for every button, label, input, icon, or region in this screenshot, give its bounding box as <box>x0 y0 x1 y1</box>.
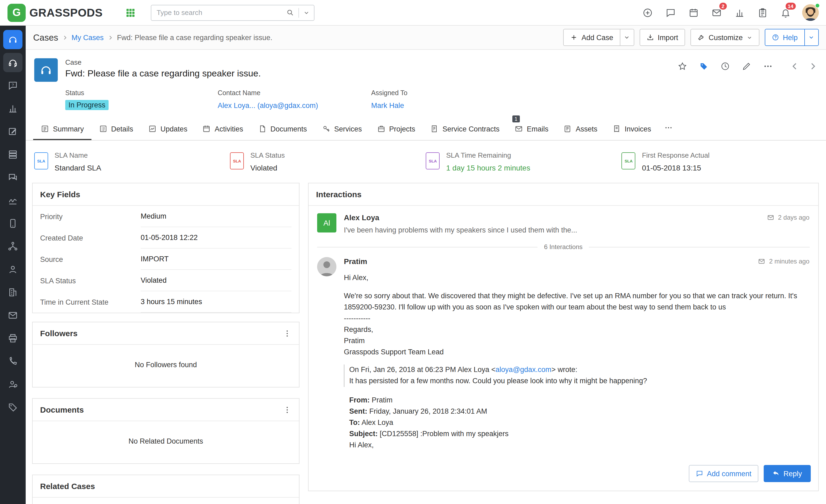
sidebar-item-cases[interactable] <box>3 53 22 72</box>
status-label: Status <box>65 89 218 97</box>
sidebar-item-calls[interactable] <box>3 352 22 371</box>
tab-details[interactable]: Details <box>92 119 141 140</box>
breadcrumb-parent[interactable]: My Cases <box>72 34 104 42</box>
sidebar-item-accounts[interactable] <box>3 283 22 302</box>
tag-icon[interactable] <box>699 61 708 71</box>
case-type-icon <box>34 58 58 82</box>
sidebar-item-agents[interactable] <box>3 375 22 394</box>
contact-name-link[interactable]: Alex Loya... (aloya@gdax.com) <box>218 102 318 110</box>
app-launcher-icon[interactable] <box>125 7 136 18</box>
sidebar-item-community[interactable] <box>3 168 22 187</box>
interaction-author: Alex Loya <box>344 213 379 222</box>
email-dashes: ----------- <box>344 313 810 324</box>
interaction-item[interactable]: Al Alex Loya 2 days ago <box>317 213 810 234</box>
sidebar-item-contacts[interactable] <box>3 260 22 279</box>
sidebar-item-email[interactable] <box>3 306 22 325</box>
tab-summary[interactable]: Summary <box>33 119 92 140</box>
interactions-panel: Interactions Al Alex Loya <box>308 183 819 491</box>
tab-documents[interactable]: Documents <box>250 119 314 140</box>
documents-empty-text: No Related Documents <box>33 421 299 463</box>
search-input[interactable] <box>151 9 282 16</box>
sla-status-card: SLA SLA Status Violated <box>230 151 426 172</box>
sla-document-icon: SLA <box>230 152 244 170</box>
tasks-icon[interactable] <box>752 2 774 23</box>
tab-service-contracts[interactable]: Service Contracts <box>423 119 507 140</box>
key-field-row: Source IMPORT <box>33 249 299 270</box>
reports-icon[interactable] <box>729 2 751 23</box>
user-avatar[interactable] <box>802 4 819 21</box>
customize-button[interactable]: Customize <box>691 29 759 46</box>
case-meta: Status In Progress Contact Name Alex Loy… <box>65 89 408 110</box>
search-scope-chevron-icon[interactable] <box>299 9 314 16</box>
clock-icon[interactable] <box>720 61 730 71</box>
page-content: Case Fwd: Please file a case regarding s… <box>26 50 826 504</box>
sidebar-item-desk-logo[interactable] <box>3 30 22 49</box>
sidebar-item-network[interactable] <box>3 237 22 256</box>
tab-projects[interactable]: Projects <box>369 119 423 140</box>
sidebar-item-print[interactable] <box>3 329 22 348</box>
tab-invoices[interactable]: Invoices <box>605 119 659 140</box>
chat-icon[interactable] <box>660 2 682 23</box>
sidebar-item-knowledge-base[interactable] <box>3 145 22 164</box>
tab-services-label: Services <box>334 125 362 133</box>
sidebar-item-compose[interactable] <box>3 122 22 141</box>
sidebar-item-analytics[interactable] <box>3 99 22 118</box>
documents-menu-icon[interactable] <box>283 405 291 414</box>
interactions-count-divider[interactable]: 6 Interactions <box>317 243 810 251</box>
tab-services[interactable]: Services <box>314 119 369 140</box>
import-button[interactable]: Import <box>639 29 685 46</box>
chevron-right-icon <box>62 35 68 40</box>
notifications-bell-icon[interactable]: 14 <box>775 2 796 23</box>
sidebar-item-mobile[interactable] <box>3 214 22 233</box>
global-search <box>151 5 314 20</box>
reply-label: Reply <box>783 469 802 478</box>
status-badge[interactable]: In Progress <box>65 100 109 110</box>
email-greeting: Hi Alex, <box>344 272 810 284</box>
interactions-body[interactable]: Al Alex Loya 2 days ago <box>309 206 818 458</box>
sidebar-item-help-center[interactable]: ? <box>3 76 22 95</box>
previous-record-icon[interactable] <box>790 61 799 71</box>
email-address-link[interactable]: aloya@gdax.com <box>495 366 551 374</box>
interaction-item[interactable]: Pratim 2 minutes ago Hi Alex, <box>317 257 810 458</box>
help-split-button: Help <box>765 29 819 46</box>
assigned-to-link[interactable]: Mark Hale <box>371 102 404 110</box>
help-chevron-icon[interactable] <box>805 29 819 46</box>
edit-pencil-icon[interactable] <box>742 61 751 71</box>
calendar-icon[interactable] <box>683 2 705 23</box>
interaction-author: Pratim <box>344 257 367 266</box>
tab-documents-label: Documents <box>270 125 307 133</box>
more-horizontal-icon[interactable] <box>763 61 772 71</box>
sla-document-icon: SLA <box>426 152 440 170</box>
help-button[interactable]: Help <box>765 29 805 46</box>
related-cases-table-header: Case Title Status <box>33 498 299 504</box>
tab-updates[interactable]: Updates <box>141 119 195 140</box>
key-field-row: SLA Status Violated <box>33 270 299 291</box>
more-tabs-icon[interactable] <box>659 118 678 140</box>
help-label: Help <box>783 34 798 42</box>
add-case-button[interactable]: Add Case <box>564 29 621 46</box>
followers-menu-icon[interactable] <box>283 329 291 337</box>
tab-assets[interactable]: Assets <box>556 119 605 140</box>
add-case-split-button: Add Case <box>564 29 634 46</box>
sidebar-item-signature[interactable] <box>3 191 22 210</box>
chevron-right-icon <box>108 35 113 40</box>
mail-icon[interactable]: 2 <box>706 2 727 23</box>
quick-add-icon[interactable] <box>637 2 659 23</box>
tab-activities[interactable]: Activities <box>195 119 251 140</box>
reply-button[interactable]: Reply <box>764 465 811 482</box>
left-column: Key Fields Priority Medium Created Date … <box>32 183 299 504</box>
star-icon[interactable] <box>677 61 687 71</box>
add-comment-button[interactable]: Add comment <box>689 465 758 482</box>
search-icon[interactable] <box>282 9 298 16</box>
next-record-icon[interactable] <box>808 61 817 71</box>
key-field-row: Time in Current State 3 hours 15 minutes <box>33 291 299 313</box>
breadcrumb-root[interactable]: Cases <box>33 32 58 43</box>
reply-arrow-icon <box>772 470 780 477</box>
record-nav <box>790 61 817 71</box>
sla-status-label: SLA Status <box>250 151 285 159</box>
top-right-icons: 2 14 <box>637 2 819 23</box>
tab-emails[interactable]: 1 Emails <box>507 119 556 140</box>
left-sidebar: ? <box>0 26 26 504</box>
sidebar-item-tags[interactable] <box>3 398 22 417</box>
add-case-chevron-icon[interactable] <box>620 29 634 46</box>
